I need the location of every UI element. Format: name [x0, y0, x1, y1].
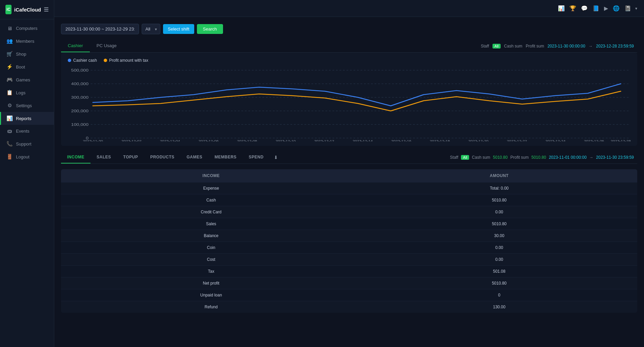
- svg-text:2023-11-30: 2023-11-30: [83, 139, 103, 141]
- sidebar-item-label: Reports: [16, 116, 32, 121]
- sidebar-item-label: Logs: [16, 90, 25, 95]
- sidebar-item-boot[interactable]: ⚡ Boot: [0, 60, 54, 73]
- btab-profit-sum-label: Profit sum: [510, 155, 529, 160]
- btab-income[interactable]: INCOME: [61, 151, 90, 163]
- legend-label-profit_tax: Profit amount with tax: [109, 58, 148, 63]
- btab-games[interactable]: GAMES: [180, 151, 208, 163]
- logs-icon: 📋: [6, 90, 13, 96]
- svg-text:2023-12-28: 2023-12-28: [611, 139, 631, 141]
- sidebar-item-games[interactable]: 🎮 Games: [0, 73, 54, 86]
- sidebar-item-members[interactable]: 👥 Members: [0, 35, 54, 47]
- svg-text:2023-12-06: 2023-12-06: [198, 139, 219, 141]
- sidebar-nav: 🖥 Computers👥 Members🛒 Shop⚡ Boot🎮 Games📋…: [0, 19, 54, 347]
- tab-cashier[interactable]: Cashier: [61, 40, 90, 52]
- topbar-icon-1[interactable]: 🏆: [569, 5, 576, 12]
- topbar-arrow-icon[interactable]: ▾: [635, 6, 637, 11]
- games-icon: 🎮: [6, 77, 13, 83]
- sidebar-item-label: Shop: [16, 52, 26, 57]
- btab-cash-sum-label: Cash sum: [472, 155, 490, 160]
- topbar-icon-3[interactable]: 📘: [592, 5, 599, 12]
- income-cell: Net profit: [61, 277, 361, 289]
- btab-topup[interactable]: TOPUP: [117, 151, 144, 163]
- logout-icon: 🚪: [6, 154, 13, 160]
- btab-members[interactable]: MEMBERS: [208, 151, 243, 163]
- svg-text:2023-12-22: 2023-12-22: [507, 139, 527, 141]
- svg-text:2023-12-12: 2023-12-12: [314, 139, 335, 141]
- svg-text:2023-12-16: 2023-12-16: [391, 139, 411, 141]
- sidebar-item-settings[interactable]: ⚙ Settings: [0, 99, 54, 112]
- date-range-input[interactable]: [61, 24, 139, 34]
- amount-cell: 501.08: [361, 266, 637, 277]
- search-button[interactable]: Search: [197, 24, 223, 34]
- svg-text:2023-12-18: 2023-12-18: [430, 139, 450, 141]
- income-cell: Refund: [61, 301, 361, 313]
- btab-sales[interactable]: SALES: [90, 151, 117, 163]
- btab-profit-sum-value: 5010.80: [531, 155, 546, 160]
- topbar-icon-2[interactable]: 💬: [581, 5, 588, 12]
- menu-toggle-icon[interactable]: ☰: [44, 6, 48, 13]
- table-row: Unpaid loan 0: [61, 289, 637, 301]
- sidebar-item-label: Logout: [16, 154, 29, 159]
- svg-text:200,000: 200,000: [71, 109, 88, 113]
- computers-icon: 🖥: [6, 25, 13, 31]
- legend-dot-cashier_cash: [68, 59, 71, 62]
- income-col-header: INCOME: [61, 169, 361, 182]
- table-row: Net profit 5010.80: [61, 277, 637, 289]
- sidebar-item-logout[interactable]: 🚪 Logout: [0, 150, 54, 163]
- svg-text:2023-12-14: 2023-12-14: [353, 139, 373, 141]
- tab-pc_usage[interactable]: PC Usage: [90, 40, 123, 52]
- sidebar: iC iCafeCloud ☰ 🖥 Computers👥 Members🛒 Sh…: [0, 0, 54, 347]
- btab-products[interactable]: PRODUCTS: [144, 151, 180, 163]
- table-row: Cost 0.00: [61, 254, 637, 266]
- bottom-tab-right-info: Staff All Cash sum 5010.80 Profit sum 50…: [450, 155, 637, 160]
- filter-bar: All Select shift Search: [61, 24, 637, 34]
- svg-text:400,000: 400,000: [71, 82, 88, 86]
- boot-icon: ⚡: [6, 64, 13, 70]
- chart-tab-right-info: Staff All Cash sum Profit sum 2023-11-30…: [481, 44, 637, 49]
- btab-staff-label: Staff: [450, 155, 458, 160]
- amount-cell: 5010.80: [361, 194, 637, 206]
- sidebar-item-reports[interactable]: 📊 Reports: [0, 112, 54, 125]
- btab-date-to: 2023-11-30 23:59:59: [596, 155, 634, 160]
- chart-container: Cashier cash Profit amount with tax 500,…: [61, 53, 637, 146]
- app-name: iCafeCloud: [14, 7, 41, 13]
- sidebar-item-computers[interactable]: 🖥 Computers: [0, 22, 54, 35]
- amount-cell: 5010.80: [361, 218, 637, 230]
- sidebar-item-label: Settings: [16, 103, 32, 108]
- legend-dot-profit_tax: [104, 59, 107, 62]
- sidebar-item-logs[interactable]: 📋 Logs: [0, 86, 54, 99]
- topbar-icon-6[interactable]: 📓: [624, 5, 631, 12]
- amount-cell: 0.00: [361, 254, 637, 266]
- svg-text:2023-12-02: 2023-12-02: [121, 139, 142, 141]
- settings-icon: ⚙: [6, 102, 13, 109]
- select-shift-button[interactable]: Select shift: [163, 24, 194, 34]
- bottom-tabs-row: INCOMESALESTOPUPPRODUCTSGAMESMEMBERSSPEN…: [61, 151, 637, 164]
- sidebar-item-support[interactable]: 📞 Support: [0, 137, 54, 150]
- svg-text:2023-12-24: 2023-12-24: [545, 139, 566, 141]
- logo-icon: iC: [5, 5, 12, 14]
- income-cell: Expense: [61, 182, 361, 194]
- topbar-icon-5[interactable]: 🌐: [613, 5, 620, 12]
- sidebar-item-shop[interactable]: 🛒 Shop: [0, 47, 54, 60]
- content-area: All Select shift Search CashierPC Usage …: [54, 17, 644, 347]
- topbar-icon-4[interactable]: ▶: [604, 5, 608, 12]
- staff-label: Staff: [481, 44, 489, 49]
- download-icon[interactable]: ⬇: [270, 153, 282, 162]
- sidebar-item-events[interactable]: 🎟 Events: [0, 125, 54, 137]
- table-row: Credit Card 0.00: [61, 206, 637, 218]
- topbar-icon-0[interactable]: 📊: [558, 5, 565, 12]
- members-icon: 👥: [6, 38, 13, 44]
- topbar-icons: 📊🏆💬📘▶🌐📓: [558, 5, 631, 12]
- table-row: Sales 5010.80: [61, 218, 637, 230]
- filter-select[interactable]: All: [142, 24, 160, 34]
- svg-text:2023-12-26: 2023-12-26: [584, 139, 604, 141]
- btab-spend[interactable]: SPEND: [243, 151, 270, 163]
- amount-cell: 0.00: [361, 242, 637, 254]
- staff-all-badge[interactable]: All: [492, 44, 501, 49]
- svg-text:2023-12-04: 2023-12-04: [160, 139, 180, 141]
- btab-staff-all-badge[interactable]: All: [461, 155, 469, 160]
- cash-sum-label: Cash sum: [504, 44, 522, 49]
- amount-cell: 130.00: [361, 301, 637, 313]
- chart-tabs-row: CashierPC Usage Staff All Cash sum Profi…: [61, 40, 637, 53]
- income-cell: Coin: [61, 242, 361, 254]
